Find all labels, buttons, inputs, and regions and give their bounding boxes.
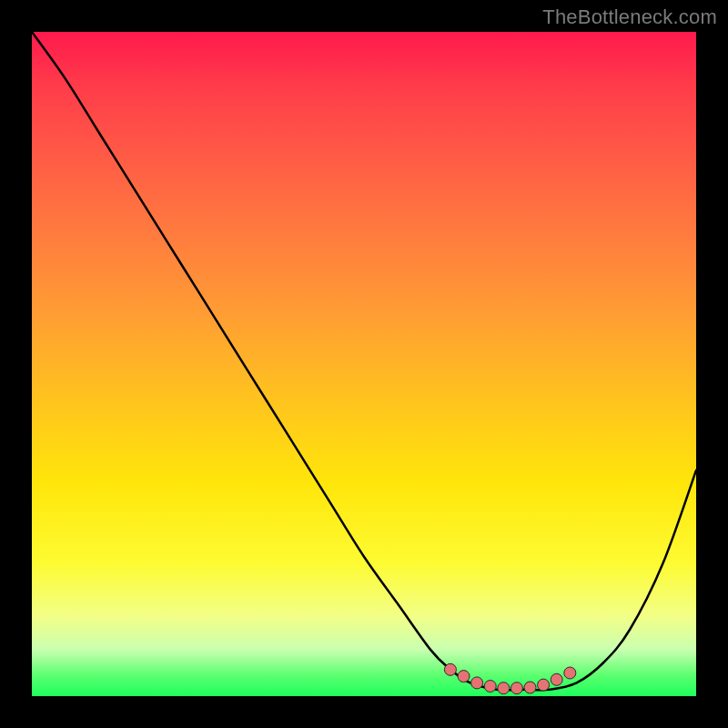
optimal-dot [511, 682, 522, 694]
optimal-dot [564, 667, 576, 679]
watermark-text: TheBottleneck.com [542, 5, 717, 29]
optimal-dot [551, 673, 562, 685]
optimal-dot [484, 681, 496, 693]
chart-frame: TheBottleneck.com [0, 0, 728, 728]
optimal-dot [458, 671, 470, 682]
optimal-dot [471, 677, 483, 689]
optimal-dot [444, 663, 456, 675]
curve-svg [32, 32, 696, 696]
plot-area [32, 32, 696, 696]
optimal-dot [538, 679, 550, 691]
bottleneck-curve [32, 32, 696, 690]
optimal-dot [524, 682, 536, 693]
optimal-dot [498, 682, 510, 694]
